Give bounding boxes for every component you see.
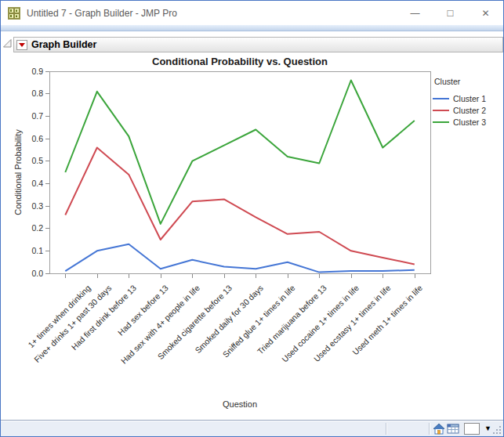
dropdown-arrow-icon[interactable]: ▼ <box>484 423 491 435</box>
legend: Cluster 1Cluster 2Cluster 3 <box>433 92 486 128</box>
x-axis-tick <box>288 274 288 278</box>
y-tick-label[interactable]: 0.1 <box>16 246 43 255</box>
x-axis-tick <box>129 274 129 278</box>
home-icon[interactable] <box>433 423 445 435</box>
plot-area[interactable] <box>1 1 504 437</box>
status-divider <box>386 423 386 435</box>
y-tick-label[interactable]: 0.2 <box>16 223 43 233</box>
legend-item-cluster-3[interactable]: Cluster 3 <box>433 116 486 128</box>
legend-label: Cluster 1 <box>453 94 486 103</box>
series-line-cluster-3[interactable] <box>65 81 415 224</box>
status-divider <box>429 423 430 435</box>
x-axis-tick <box>161 274 161 278</box>
legend-item-cluster-1[interactable]: Cluster 1 <box>433 92 486 104</box>
y-axis-tick <box>45 161 49 161</box>
y-axis-tick <box>45 183 49 184</box>
x-axis-tick <box>383 274 383 278</box>
y-tick-label[interactable]: 0.8 <box>16 88 43 98</box>
legend-label: Cluster 2 <box>453 106 486 115</box>
y-axis-tick <box>45 116 49 117</box>
y-axis-tick <box>45 206 49 207</box>
y-tick-label[interactable]: 0.9 <box>16 67 43 76</box>
y-axis-tick <box>45 139 49 139</box>
y-axis-tick <box>45 93 49 94</box>
x-axis-tick <box>192 274 193 278</box>
data-table-icon[interactable] <box>447 423 459 435</box>
x-axis-tick <box>224 274 225 278</box>
y-axis-tick <box>45 273 49 274</box>
y-axis-tick <box>45 228 49 229</box>
resize-grip[interactable] <box>492 425 502 435</box>
color-swatch-button[interactable] <box>464 423 480 435</box>
y-axis-tick <box>45 251 49 251</box>
x-axis-tick <box>319 274 320 278</box>
x-axis-tick <box>65 274 66 278</box>
y-axis-tick <box>45 71 49 72</box>
legend-title: Cluster <box>434 77 460 86</box>
y-tick-label[interactable]: 0.0 <box>16 269 43 278</box>
status-bar: ▼ <box>1 420 503 436</box>
x-axis-tick <box>97 274 98 278</box>
legend-swatch <box>433 110 449 111</box>
x-axis-tick <box>351 274 352 278</box>
jmp-window: Untitled 7 - Graph Builder - JMP Pro — □… <box>0 0 504 437</box>
y-tick-label[interactable]: 0.7 <box>16 111 43 121</box>
legend-item-cluster-2[interactable]: Cluster 2 <box>433 104 486 116</box>
series-line-cluster-1[interactable] <box>65 244 415 273</box>
x-axis-tick <box>256 274 256 278</box>
legend-swatch <box>433 98 449 99</box>
x-category-label-wrap: Used meth 1+ times in life <box>1 279 419 293</box>
x-axis-title[interactable]: Question <box>49 399 430 409</box>
y-axis-title[interactable]: Conditional Probability <box>13 129 23 215</box>
legend-swatch <box>433 121 449 123</box>
x-axis-tick <box>415 274 415 278</box>
legend-label: Cluster 3 <box>453 117 486 127</box>
